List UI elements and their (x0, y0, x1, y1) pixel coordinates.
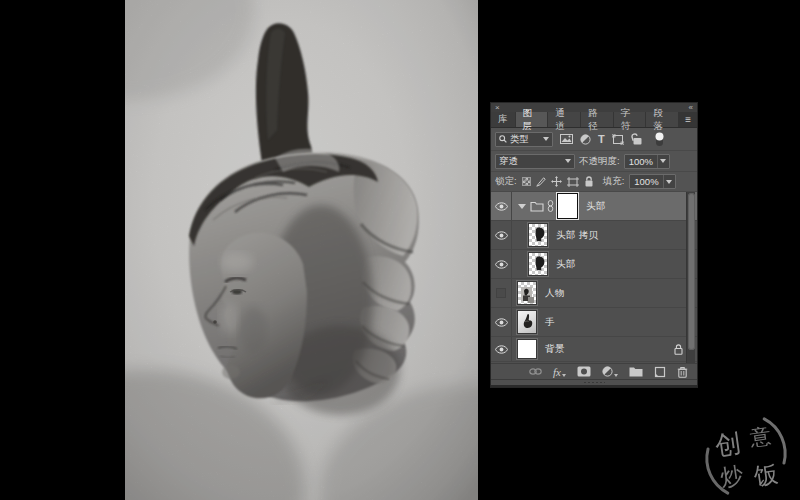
fill-dropdown[interactable] (663, 175, 675, 188)
watermark-char-3: 炒 (718, 462, 744, 491)
visibility-empty-box (496, 288, 506, 298)
type-layer-filter-icon[interactable]: T (598, 134, 605, 144)
new-group-folder-icon[interactable] (629, 367, 643, 377)
group-expand-icon[interactable] (518, 204, 526, 209)
fill-value: 100% (630, 176, 662, 187)
layer-lock-icon (674, 344, 683, 355)
watermark-logo: 创 意 炒 饭 (699, 410, 793, 500)
head-silhouette-icon (529, 224, 548, 247)
lock-position-icon[interactable] (551, 176, 562, 187)
layer-thumbnail[interactable] (528, 223, 548, 247)
layer-row-background[interactable]: 背景 (491, 337, 697, 362)
lock-artboard-icon[interactable] (567, 177, 579, 187)
visibility-toggle[interactable] (491, 279, 512, 307)
person-photo-icon (518, 282, 537, 305)
blend-mode-select[interactable]: 穿透 (495, 154, 575, 169)
layer-name: 手 (545, 316, 555, 329)
tab-paths[interactable]: 路径 (581, 112, 613, 127)
layer-row-person[interactable]: 人物 (491, 279, 697, 308)
layer-name: 头部 (556, 258, 576, 271)
panel-resize-grip[interactable] (491, 379, 697, 387)
folder-icon (530, 201, 544, 212)
visibility-toggle[interactable] (491, 250, 512, 278)
pixel-layer-filter-icon[interactable] (560, 134, 573, 144)
visibility-toggle[interactable] (491, 337, 512, 361)
delete-layer-trash-icon[interactable] (677, 366, 688, 378)
layer-thumbnail[interactable] (517, 339, 537, 359)
screenshot-stage: × « 库 图层 通道 路径 字符 段落 ≡ 类型 (0, 0, 800, 500)
link-layers-icon[interactable] (529, 368, 542, 375)
opacity-control[interactable]: 100% (624, 154, 670, 169)
shape-layer-filter-icon[interactable] (612, 134, 624, 145)
new-layer-icon[interactable] (654, 366, 666, 378)
watermark-char-2: 意 (747, 423, 772, 450)
eye-icon (495, 318, 508, 327)
opacity-label: 不透明度: (579, 155, 620, 168)
scrollbar-track[interactable] (686, 192, 695, 363)
layers-panel: × « 库 图层 通道 路径 字符 段落 ≡ 类型 (491, 103, 697, 387)
close-icon[interactable]: × (495, 104, 500, 112)
search-icon (499, 135, 507, 143)
add-layer-mask-icon[interactable] (577, 366, 591, 377)
layer-name: 人物 (545, 287, 565, 300)
panel-menu-icon[interactable]: ≡ (679, 112, 697, 127)
panel-tab-bar: 库 图层 通道 路径 字符 段落 ≡ (491, 112, 697, 128)
fill-control[interactable]: 100% (629, 174, 675, 189)
mask-link-icon (547, 200, 554, 212)
layer-style-fx-icon[interactable]: fx (553, 367, 566, 377)
opacity-value: 100% (625, 156, 657, 167)
watermark-char-4: 饭 (751, 460, 780, 491)
filter-toggle-icon[interactable] (655, 132, 664, 147)
tab-layers[interactable]: 图层 (516, 112, 548, 127)
thumbs-up-icon (518, 311, 537, 334)
layers-toolbar: fx (491, 363, 697, 379)
adjustment-layer-icon[interactable] (602, 366, 618, 377)
grip-dots-icon (583, 381, 605, 385)
lock-all-icon[interactable] (584, 176, 594, 187)
smart-object-filter-icon[interactable] (631, 133, 642, 145)
layer-row-group-head[interactable]: 头部 (491, 192, 697, 221)
watermark-char-1: 创 (713, 428, 743, 461)
layer-row-head[interactable]: 头部 (491, 250, 697, 279)
visibility-toggle[interactable] (491, 192, 512, 220)
eye-icon (495, 345, 508, 354)
scrollbar-thumb[interactable] (688, 193, 695, 350)
adjustment-layer-filter-icon[interactable] (580, 134, 591, 145)
blend-mode-row: 穿透 不透明度: 100% (491, 151, 697, 172)
tab-library[interactable]: 库 (491, 112, 515, 127)
visibility-toggle[interactable] (491, 308, 512, 336)
filter-kind-select[interactable]: 类型 (495, 132, 553, 147)
lock-row: 锁定: 填充: 100% (491, 172, 697, 192)
blend-mode-value: 穿透 (499, 155, 518, 168)
fx-label: fx (553, 367, 561, 377)
lock-label: 锁定: (495, 175, 517, 188)
eye-icon (495, 231, 508, 240)
layer-name: 头部 (586, 200, 606, 213)
head-silhouette-icon (529, 253, 548, 276)
filter-kind-value: 类型 (510, 133, 529, 146)
document-canvas[interactable] (125, 0, 478, 500)
tab-paragraph[interactable]: 段落 (646, 112, 678, 127)
visibility-toggle[interactable] (491, 221, 512, 249)
layer-thumbnail[interactable] (517, 281, 537, 305)
layer-row-head-copy[interactable]: 头部 拷贝 (491, 221, 697, 250)
layer-thumbnail[interactable] (528, 252, 548, 276)
layer-thumbnail[interactable] (517, 310, 537, 334)
layer-name: 头部 拷贝 (556, 229, 598, 242)
layer-row-hand[interactable]: 手 (491, 308, 697, 337)
layer-name: 背景 (545, 343, 565, 356)
tab-channels[interactable]: 通道 (548, 112, 580, 127)
lock-transparency-icon[interactable] (522, 177, 531, 186)
fill-label: 填充: (603, 175, 625, 188)
collapse-panel-icon[interactable]: « (689, 104, 693, 112)
chevron-down-icon (543, 137, 549, 141)
eye-icon (495, 202, 508, 211)
group-mask-thumbnail[interactable] (557, 193, 578, 219)
layers-list: 头部 头部 拷贝 (491, 192, 697, 363)
thumbs-up-face-artwork (125, 0, 478, 500)
opacity-dropdown[interactable] (657, 155, 669, 168)
eye-icon (495, 260, 508, 269)
tab-character[interactable]: 字符 (614, 112, 646, 127)
chevron-down-icon (565, 159, 571, 163)
lock-pixels-brush-icon[interactable] (536, 177, 546, 187)
